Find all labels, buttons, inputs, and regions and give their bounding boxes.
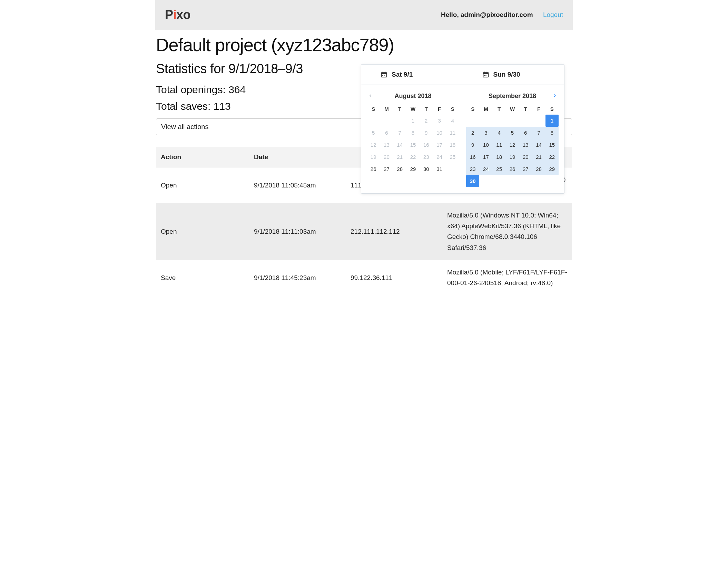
calendar-day[interactable]: 2 [466, 127, 479, 139]
svg-rect-7 [483, 72, 488, 74]
calendar-day[interactable]: 29 [545, 163, 559, 175]
calendar-grid: SMTWTFS123456789101112131415161718192021… [466, 104, 559, 187]
calendar-day[interactable]: 23 [466, 163, 479, 175]
calendar-month: August 2018SMTWTFS1234567891011121314151… [363, 91, 463, 187]
calendar-day[interactable]: 22 [545, 151, 559, 163]
calendar-day[interactable]: 27 [519, 163, 532, 175]
calendar-day[interactable]: 16 [466, 151, 479, 163]
logo-text: P [165, 8, 173, 22]
calendar-day[interactable]: 4 [493, 127, 506, 139]
daterange-end[interactable]: Sun 9/30 [463, 65, 564, 85]
calendar-dow: T [519, 104, 532, 115]
calendar-day[interactable]: 28 [393, 163, 406, 175]
calendar-day[interactable]: 13 [380, 139, 393, 151]
calendar-day[interactable]: 21 [532, 151, 545, 163]
calendar-day[interactable]: 7 [532, 127, 545, 139]
calendar-day[interactable]: 11 [493, 139, 506, 151]
calendar-day[interactable]: 5 [367, 127, 380, 139]
calendar-day[interactable]: 11 [446, 127, 459, 139]
calendar-day[interactable]: 16 [420, 139, 433, 151]
calendar-day[interactable]: 7 [393, 127, 406, 139]
daterange-popup: Sat 9/1 Sun 9/30 August 2018SMTWTFS12345… [361, 64, 564, 194]
calendar-dow: T [420, 104, 433, 115]
calendar-day[interactable]: 17 [479, 151, 492, 163]
calendar-day[interactable]: 18 [493, 151, 506, 163]
calendar-day[interactable]: 9 [466, 139, 479, 151]
calendar-day[interactable]: 1 [545, 115, 559, 127]
calendar-day[interactable]: 10 [433, 127, 446, 139]
calendar-day[interactable]: 24 [433, 151, 446, 163]
col-action: Action [156, 147, 249, 167]
daterange-start-label: Sat 9/1 [392, 71, 413, 78]
table-row: Open9/1/2018 11:11:03am212.111.112.112Mo… [156, 203, 572, 260]
calendar-dow: S [446, 104, 459, 115]
calendar-day[interactable]: 20 [380, 151, 393, 163]
calendar-month-title: September 2018 [489, 93, 536, 100]
calendar-day[interactable]: 27 [380, 163, 393, 175]
calendar-day[interactable]: 15 [545, 139, 559, 151]
calendar-day[interactable]: 5 [506, 127, 519, 139]
col-date: Date [249, 147, 346, 167]
top-header: Pixo Hello, admin@pixoeditor.com Logout [155, 0, 573, 30]
cell-ua: Mozilla/5.0 (Mobile; LYF/F61F/LYF-F61F-0… [442, 260, 572, 296]
calendar-day[interactable]: 12 [506, 139, 519, 151]
cell-action: Open [156, 167, 249, 203]
calendar-day[interactable]: 6 [519, 127, 532, 139]
calendar-day[interactable]: 1 [406, 115, 420, 127]
calendar-prev-button[interactable] [367, 92, 374, 99]
calendar-day[interactable]: 22 [406, 151, 420, 163]
calendar-day[interactable]: 19 [506, 151, 519, 163]
calendar-day[interactable]: 25 [446, 151, 459, 163]
calendar-day[interactable]: 30 [466, 175, 479, 187]
calendar-day[interactable]: 14 [393, 139, 406, 151]
logo-accent: i [173, 8, 177, 22]
calendar-day[interactable]: 6 [380, 127, 393, 139]
logout-link[interactable]: Logout [543, 11, 563, 18]
calendar-day[interactable]: 23 [420, 151, 433, 163]
cell-date: 9/1/2018 11:11:03am [249, 203, 346, 260]
calendar-dow: F [433, 104, 446, 115]
calendar-day[interactable]: 30 [420, 163, 433, 175]
daterange-start[interactable]: Sat 9/1 [361, 65, 463, 85]
svg-rect-9 [486, 72, 487, 73]
calendar-day[interactable]: 25 [493, 163, 506, 175]
calendar-day[interactable]: 24 [479, 163, 492, 175]
calendar-day[interactable]: 21 [393, 151, 406, 163]
total-openings-label: Total openings: [156, 84, 228, 95]
cell-date: 9/1/2018 11:05:45am [249, 167, 346, 203]
calendar-day[interactable]: 12 [367, 139, 380, 151]
cell-action: Save [156, 260, 249, 296]
calendar-day[interactable]: 15 [406, 139, 420, 151]
calendar-day[interactable]: 3 [433, 115, 446, 127]
calendar-day[interactable]: 18 [446, 139, 459, 151]
calendar-day[interactable]: 26 [367, 163, 380, 175]
logo-text-2: xo [176, 8, 190, 22]
calendar-day[interactable]: 31 [433, 163, 446, 175]
calendar-day[interactable]: 2 [420, 115, 433, 127]
calendar-day[interactable]: 10 [479, 139, 492, 151]
calendar-day[interactable]: 8 [545, 127, 559, 139]
calendar-day[interactable]: 14 [532, 139, 545, 151]
calendar-day[interactable]: 8 [406, 127, 420, 139]
calendar-day[interactable]: 28 [532, 163, 545, 175]
svg-rect-10 [484, 75, 485, 76]
total-saves-label: Total saves: [156, 100, 214, 112]
calendar-day[interactable]: 3 [479, 127, 492, 139]
calendar-month-title: August 2018 [394, 93, 431, 100]
cell-ua: Mozilla/5.0 (Windows NT 10.0; Win64; x64… [442, 203, 572, 260]
calendar-day[interactable]: 29 [406, 163, 420, 175]
svg-rect-2 [383, 72, 383, 73]
svg-rect-8 [484, 72, 485, 73]
calendar-day[interactable]: 13 [519, 139, 532, 151]
svg-rect-3 [385, 72, 386, 73]
svg-rect-11 [485, 75, 486, 76]
calendar-day[interactable]: 4 [446, 115, 459, 127]
daterange-header: Sat 9/1 Sun 9/30 [361, 65, 564, 85]
calendar-day[interactable]: 26 [506, 163, 519, 175]
calendar-day[interactable]: 19 [367, 151, 380, 163]
greeting-text: Hello, admin@pixoeditor.com [441, 11, 533, 18]
calendar-day[interactable]: 9 [420, 127, 433, 139]
calendar-day[interactable]: 20 [519, 151, 532, 163]
calendar-day[interactable]: 17 [433, 139, 446, 151]
calendar-next-button[interactable] [551, 92, 559, 99]
